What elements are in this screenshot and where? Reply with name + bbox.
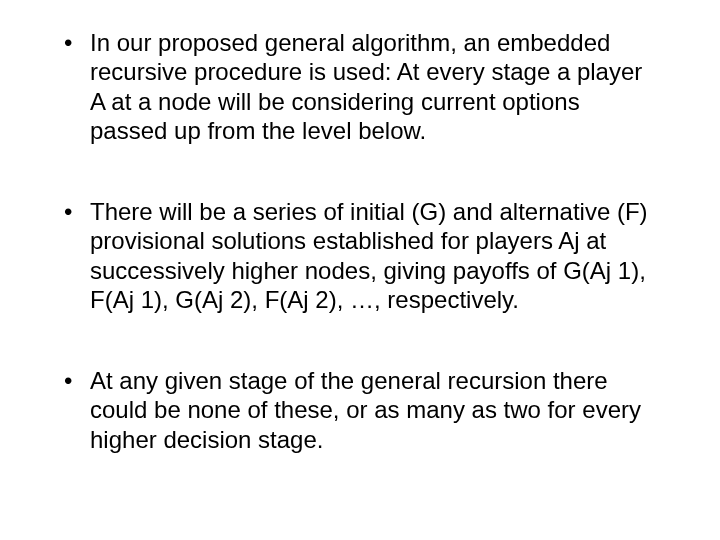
list-item: In our proposed general algorithm, an em… [60, 28, 660, 145]
list-item: There will be a series of initial (G) an… [60, 197, 660, 314]
slide: In our proposed general algorithm, an em… [0, 0, 720, 540]
bullet-list: In our proposed general algorithm, an em… [60, 28, 660, 454]
list-item: At any given stage of the general recurs… [60, 366, 660, 454]
